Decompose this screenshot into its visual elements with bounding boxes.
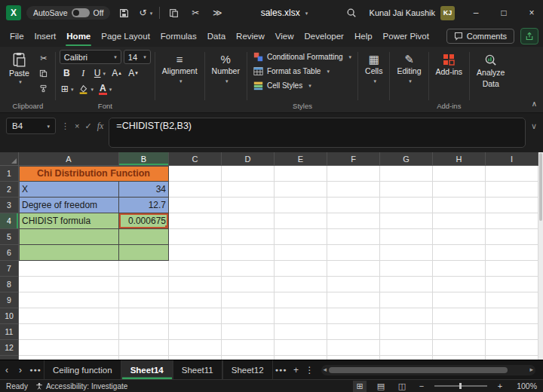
enter-icon[interactable]: ✓ [84,118,91,134]
font-color-button[interactable]: A ▾ [97,82,113,96]
zoom-slider-thumb[interactable] [459,383,462,389]
horizontal-scrollbar-thumb[interactable] [329,367,508,373]
scroll-left-icon[interactable]: ◂ [324,366,327,373]
vertical-scrollbar-thumb[interactable] [539,153,542,221]
empty-cells[interactable] [169,229,543,245]
sheet-tab-sheet14-active[interactable]: Sheet14 [121,360,173,379]
empty-cells[interactable] [169,166,543,182]
col-header-h[interactable]: H [433,152,486,166]
cell-a2[interactable]: X [19,182,119,198]
row-header-5[interactable]: 5 [0,229,19,245]
increase-font-button[interactable]: A▴ [109,66,124,80]
format-as-table-button[interactable]: Format as Table ▾ [251,64,354,78]
autosave-toggle[interactable] [72,8,90,17]
more-sheets-button[interactable]: ●●● [273,360,290,379]
empty-cells[interactable] [169,198,543,213]
conditional-formatting-button[interactable]: Conditional Formatting ▾ [251,50,354,64]
zoom-out-button[interactable]: − [416,381,427,390]
minimize-button[interactable]: – [465,0,487,26]
col-header-f[interactable]: F [327,152,380,166]
tab-view[interactable]: View [270,26,299,47]
cells-button[interactable]: ▦ Cells ▾ [362,50,385,111]
cell-styles-button[interactable]: Cell Styles ▾ [251,78,354,93]
zoom-level[interactable]: 100% [513,381,537,390]
zoom-slider[interactable] [434,385,487,387]
underline-button[interactable]: U ▾ [93,66,107,80]
tab-insert[interactable]: Insert [29,26,62,47]
tab-data[interactable]: Data [202,26,231,47]
sheet-options-button[interactable]: ⋮ [303,360,317,379]
col-header-c[interactable]: C [169,152,222,166]
row-header-1[interactable]: 1 [0,166,19,182]
cell-b2[interactable]: 34 [119,182,169,198]
cell-a6[interactable] [19,245,119,261]
row-header-6[interactable]: 6 [0,245,19,261]
font-name-select[interactable]: Calibri ▾ [60,50,121,64]
empty-cells[interactable] [169,245,543,261]
insert-function-icon[interactable]: fx [97,118,104,134]
accessibility-status[interactable]: Accessibility: Investigate [35,382,127,390]
sheet-nav-right-button[interactable]: › [14,360,27,379]
empty-cells[interactable] [169,213,543,229]
row-header-7[interactable]: 7 [0,261,19,277]
excel-logo-icon[interactable]: X [6,5,21,20]
empty-cells[interactable] [169,182,543,198]
formula-bar-options-icon[interactable]: ⋮ [61,118,69,134]
add-sheet-button[interactable]: + [290,360,303,379]
cut-button[interactable]: ✂ [187,3,204,23]
col-header-e[interactable]: E [275,152,327,166]
row-header-8[interactable]: 8 [0,277,19,292]
save-button[interactable] [115,3,132,23]
copy-button[interactable] [36,67,51,80]
comments-button[interactable]: Comments [446,29,514,44]
tab-developer[interactable]: Developer [299,26,349,47]
name-box[interactable]: B4 ▾ [6,118,56,134]
col-header-a[interactable]: A [19,152,119,166]
search-button[interactable] [343,3,360,23]
borders-button[interactable]: ⊞ ▾ [60,82,75,96]
page-layout-view-button[interactable]: ▤ [374,381,388,392]
row-header-4[interactable]: 4 [0,213,19,229]
expand-formula-bar-icon[interactable]: ∨ [531,118,537,134]
collapse-ribbon-button[interactable]: ∧ [532,100,537,108]
bold-button[interactable]: B [60,66,74,80]
empty-cells[interactable] [19,261,543,277]
cell-a4[interactable]: CHIDIST formula [19,213,119,229]
select-all-corner[interactable] [0,152,19,166]
cell-a1-merged-title[interactable]: Chi Distribution Function [19,166,169,182]
autosave-control[interactable]: AutoSave Off [26,6,110,20]
tab-page-layout[interactable]: Page Layout [96,26,155,47]
tab-review[interactable]: Review [231,26,270,47]
editing-button[interactable]: ✎ Editing ▾ [394,50,424,111]
empty-cells[interactable] [19,308,543,324]
copy-button[interactable] [165,3,182,23]
empty-cells[interactable] [19,340,543,356]
row-header-11[interactable]: 11 [0,324,19,340]
tab-formulas[interactable]: Formulas [155,26,202,47]
page-break-view-button[interactable]: ◫ [395,381,409,392]
horizontal-scrollbar[interactable]: ◂ ▸ [321,365,535,375]
col-header-d[interactable]: D [222,152,275,166]
sheet-tab-sheet12[interactable]: Sheet12 [222,360,273,379]
row-header-3[interactable]: 3 [0,198,19,213]
sheet-nav-left-button[interactable]: ‹ [0,360,14,379]
fill-color-button[interactable]: ▾ [77,82,95,96]
sheet-list-button[interactable]: ●●● [27,360,44,379]
more-commands-button[interactable]: ≫ [209,3,225,23]
close-button[interactable]: × [520,0,543,26]
cell-b6[interactable] [119,245,169,261]
decrease-font-button[interactable]: A▾ [126,66,140,80]
empty-cells[interactable] [19,292,543,308]
paste-button[interactable]: Paste ▾ [5,50,34,95]
account-button[interactable]: Kunal Jai Kaushik KJ [365,6,459,20]
sheet-tab-ceiling-function[interactable]: Ceiling function [44,360,121,379]
empty-cells[interactable] [19,324,543,340]
cell-b4-selected[interactable]: 0.000675 [119,213,169,229]
alignment-button[interactable]: ≡ Alignment ▾ [159,50,201,111]
maximize-button[interactable]: □ [492,0,515,26]
addins-button[interactable]: Add-ins [433,50,466,78]
normal-view-button[interactable]: ⊞ [353,381,367,392]
italic-button[interactable]: I [76,66,90,80]
tab-help[interactable]: Help [349,26,378,47]
undo-button[interactable]: ↺ ▾ [137,3,154,23]
